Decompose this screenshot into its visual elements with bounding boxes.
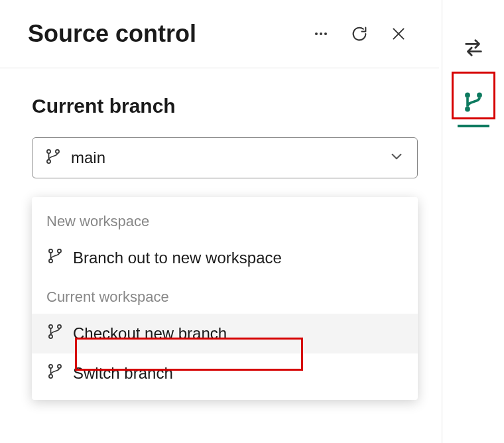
panel-content: Current branch main <box>0 68 439 178</box>
branch-dropdown-menu: New workspace Branch out to new workspac… <box>32 197 418 400</box>
svg-point-8 <box>58 249 61 253</box>
active-indicator <box>458 125 489 127</box>
svg-point-9 <box>49 325 52 328</box>
svg-point-1 <box>320 32 322 35</box>
branch-dropdown-trigger[interactable]: main <box>32 137 418 178</box>
refresh-icon[interactable] <box>350 25 369 43</box>
right-rail <box>442 0 504 443</box>
dropdown-group-new-workspace: New workspace <box>32 202 418 238</box>
selected-branch-name: main <box>71 149 388 167</box>
more-icon[interactable] <box>313 26 329 42</box>
svg-point-10 <box>49 335 52 338</box>
menu-item-label: Switch branch <box>73 364 173 383</box>
svg-point-11 <box>58 325 61 328</box>
rail-source-control-icon[interactable] <box>455 84 492 121</box>
svg-point-15 <box>465 93 470 98</box>
svg-point-13 <box>49 375 52 378</box>
menu-item-label: Branch out to new workspace <box>73 249 282 267</box>
svg-point-4 <box>47 160 50 163</box>
chevron-down-icon <box>388 148 405 168</box>
panel-header: Source control <box>0 0 439 68</box>
menu-item-switch-branch[interactable]: Switch branch <box>32 353 418 393</box>
menu-item-checkout-new-branch[interactable]: Checkout new branch <box>32 314 418 353</box>
svg-point-3 <box>47 150 50 153</box>
dropdown-group-current-workspace: Current workspace <box>32 278 418 314</box>
branch-icon <box>46 363 64 384</box>
menu-item-label: Checkout new branch <box>73 324 227 343</box>
branch-icon <box>46 247 64 269</box>
svg-point-12 <box>49 365 52 368</box>
branch-icon <box>44 148 62 168</box>
svg-point-2 <box>324 32 327 35</box>
rail-swap-icon[interactable] <box>455 29 492 66</box>
menu-item-branch-out[interactable]: Branch out to new workspace <box>32 238 418 278</box>
svg-point-6 <box>49 249 52 253</box>
svg-point-14 <box>58 365 61 368</box>
svg-point-5 <box>56 150 59 153</box>
current-branch-label: Current branch <box>32 95 407 117</box>
background-shape <box>142 406 229 443</box>
panel-title: Source control <box>28 20 313 48</box>
svg-point-17 <box>477 93 482 98</box>
svg-point-16 <box>465 107 470 112</box>
svg-point-0 <box>315 32 318 35</box>
branch-icon <box>46 323 64 344</box>
header-actions <box>313 25 407 43</box>
close-icon[interactable] <box>390 25 407 42</box>
svg-point-7 <box>49 259 52 263</box>
